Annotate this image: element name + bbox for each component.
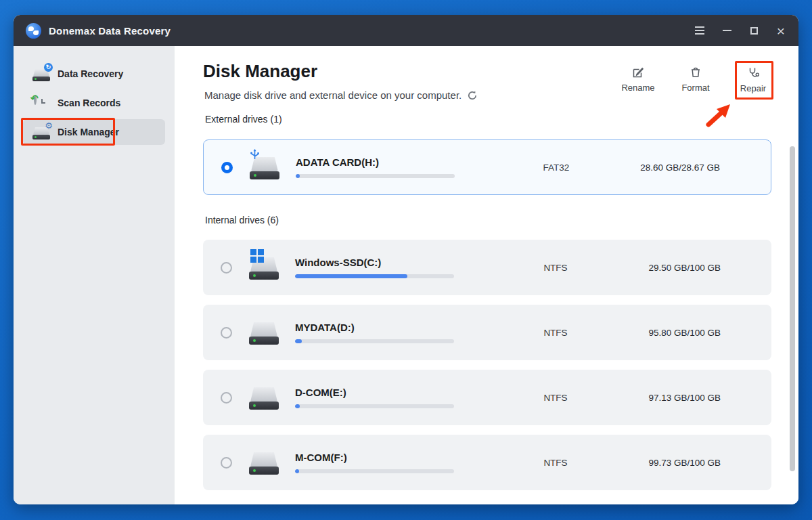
drive-icon [248,153,281,181]
drive-row[interactable]: MYDATA(D:) NTFS 95.80 GB/100 GB [203,305,771,360]
format-icon [690,66,702,79]
titlebar: Donemax Data Recovery × [14,15,798,46]
rename-button[interactable]: Rename [618,66,658,93]
close-button[interactable]: × [767,15,794,46]
drive-badge-icon [250,249,264,263]
capacity-progressbar [295,274,454,278]
drive-icon [248,253,280,282]
drive-name: Windows-SSD(C:) [295,257,454,268]
drive-filesystem: NTFS [515,263,596,273]
app-logo-icon [26,23,41,39]
drive-filesystem: NTFS [515,393,596,403]
section-label-internal: Internal drives (6) [205,215,771,230]
drive-row[interactable]: ADATA CARD(H:) FAT32 28.60 GB/28.67 GB [203,139,771,195]
vertical-scrollbar[interactable] [790,146,795,471]
capacity-progressbar [295,339,454,343]
drive-name: D-COM(E:) [295,387,454,398]
rename-icon [632,66,644,79]
drive-row[interactable]: M-COM(F:) NTFS 99.73 GB/100 GB [203,435,771,490]
drive-row[interactable]: Windows-SSD(C:) NTFS 29.50 GB/100 GB [203,240,771,295]
drive-filesystem: NTFS [515,328,596,338]
sidebar-item-data-recovery[interactable]: ↻ Data Recovery [23,61,165,87]
page-title: Disk Manager [203,61,317,82]
capacity-progressbar [295,469,454,473]
internal-drives-group: Windows-SSD(C:) NTFS 29.50 GB/100 GB MYD… [203,240,771,490]
app-title: Donemax Data Recovery [49,25,171,37]
sidebar-item-disk-manager[interactable]: ⚙ Disk Manager [23,119,165,145]
drive-badge-icon [250,149,260,165]
data-recovery-icon: ↻ [31,65,51,83]
app-window: Donemax Data Recovery × ↻ Data Recovery … [14,15,798,504]
main-content: Disk Manager Manage disk drive and exter… [175,46,798,504]
repair-button[interactable]: Repair [734,66,773,93]
drive-radio[interactable] [221,457,232,469]
disk-manager-icon: ⚙ [31,123,51,141]
drive-capacity: 97.13 GB/100 GB [596,393,721,403]
capacity-progressbar [295,404,454,408]
drive-filesystem: FAT32 [516,162,597,173]
drive-capacity: 99.73 GB/100 GB [596,458,721,468]
drive-capacity: 29.50 GB/100 GB [596,263,721,273]
window-controls: × [686,15,798,46]
drive-name: MYDATA(D:) [295,322,454,333]
section-label-external: External drives (1) [205,114,771,129]
format-button[interactable]: Format [676,66,715,93]
toolbar: Rename Format Repair [618,66,773,93]
drive-radio[interactable] [221,392,232,404]
sidebar-item-scan-records[interactable]: ↶ Scan Records [23,90,165,116]
menu-icon[interactable] [686,15,713,46]
page-subtitle: Manage disk drive and external device on… [204,89,461,101]
drive-capacity: 95.80 GB/100 GB [596,328,721,338]
drive-filesystem: NTFS [515,458,596,468]
drive-capacity: 28.60 GB/28.67 GB [597,162,720,173]
drive-name: ADATA CARD(H:) [296,156,455,168]
drive-icon [248,383,280,412]
drive-list: External drives (1) ADATA CARD(H:) FAT32… [203,114,771,500]
drive-radio[interactable] [221,162,233,173]
drive-radio[interactable] [221,262,232,274]
refresh-icon[interactable] [467,90,478,101]
scan-records-icon: ↶ [31,94,51,112]
capacity-progressbar [296,174,455,178]
drive-radio[interactable] [221,327,232,339]
drive-row[interactable]: D-COM(E:) NTFS 97.13 GB/100 GB [203,370,771,425]
sidebar: ↻ Data Recovery ↶ Scan Records ⚙ Disk Ma… [14,46,175,504]
external-drives-group: ADATA CARD(H:) FAT32 28.60 GB/28.67 GB [203,139,771,195]
repair-stethoscope-icon [747,66,760,79]
drive-icon [248,448,280,477]
maximize-button[interactable] [740,15,767,46]
minimize-button[interactable] [713,15,740,46]
drive-icon [248,318,280,347]
drive-name: M-COM(F:) [295,452,454,463]
